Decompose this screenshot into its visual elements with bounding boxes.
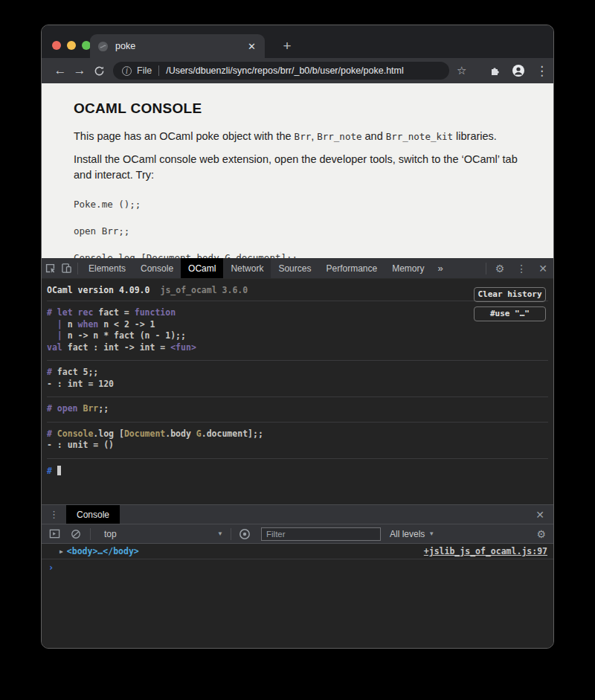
page-code-line: Poke.me ();; <box>74 199 521 210</box>
logged-dom-node[interactable]: <body>…</body> <box>67 546 139 556</box>
use-file-button[interactable]: #use "…" <box>474 306 546 321</box>
expand-triangle-icon[interactable]: ▶ <box>60 548 63 555</box>
source-location-link[interactable]: +jslib_js_of_ocaml.js:97 <box>424 546 547 556</box>
ocaml-history-entry: # Console.log [Document.body G.document]… <box>47 423 548 459</box>
live-expression-eye-icon[interactable] <box>239 528 251 540</box>
new-tab-button[interactable]: + <box>278 38 296 54</box>
bookmark-star-icon[interactable]: ☆ <box>457 64 466 77</box>
browser-tab[interactable]: poke ✕ <box>90 34 265 58</box>
devtools-tab-elements[interactable]: Elements <box>81 258 133 278</box>
ocaml-panel: OCaml version 4.09.0 js_of_ocaml 3.6.0 #… <box>42 279 553 504</box>
extensions-puzzle-icon[interactable] <box>489 65 501 77</box>
chevron-down-icon: ▼ <box>217 530 223 537</box>
minimize-window-button[interactable] <box>67 41 76 50</box>
profile-avatar-icon[interactable] <box>512 64 525 77</box>
context-selector[interactable]: top ▼ <box>104 529 223 539</box>
page-paragraph-2: Install the OCaml console web extension,… <box>74 152 520 183</box>
browser-toolbar: ← → i File /Users/dbuenzli/sync/repos/br… <box>42 58 553 83</box>
console-messages: ▶ <body>…</body> +jslib_js_of_ocaml.js:9… <box>42 544 553 648</box>
devtools-tab-ocaml[interactable]: OCaml <box>181 258 223 278</box>
devtools-menu-icon[interactable]: ⋮ <box>510 263 533 274</box>
chevron-down-icon: ▼ <box>428 530 434 537</box>
devtools-tab-network[interactable]: Network <box>223 258 271 278</box>
window-controls <box>52 41 91 50</box>
ocaml-history-entry: # fact 5;;- : int = 120 <box>47 361 548 397</box>
url-text[interactable]: /Users/dbuenzli/sync/repos/brr/_b0/b/use… <box>166 65 404 76</box>
drawer-menu-icon[interactable]: ⋮ <box>42 509 66 520</box>
log-levels-dropdown[interactable]: All levels ▼ <box>390 529 434 539</box>
browser-window: poke ✕ + ← → i File /Users/dbuenzli/sync… <box>41 25 554 649</box>
console-prompt-row[interactable]: › <box>42 559 553 575</box>
drawer-tab-console[interactable]: Console <box>66 505 120 524</box>
clear-console-icon[interactable] <box>71 529 81 539</box>
tab-strip: poke ✕ + <box>42 25 553 58</box>
inspect-element-icon[interactable] <box>42 263 58 274</box>
back-icon[interactable]: ← <box>51 63 70 78</box>
omnibox-divider <box>158 65 159 76</box>
devtools-tabbar: Elements Console OCaml Network Sources P… <box>42 258 553 279</box>
tab-title: poke <box>115 41 246 51</box>
toolbar-divider <box>231 528 231 540</box>
clear-history-button[interactable]: Clear history <box>474 287 546 302</box>
page-info-icon[interactable]: i <box>122 66 132 76</box>
ocaml-version-row: OCaml version 4.09.0 js_of_ocaml 3.6.0 <box>47 279 548 301</box>
jsofocaml-version: js_of_ocaml 3.6.0 <box>160 285 248 295</box>
more-tabs-icon[interactable]: » <box>432 263 449 274</box>
forward-icon[interactable]: → <box>70 63 89 78</box>
text-cursor <box>57 466 61 475</box>
devtools-tab-performance[interactable]: Performance <box>318 258 385 278</box>
console-toolbar: top ▼ All levels ▼ ⚙ <box>42 524 553 544</box>
devtools-close-icon[interactable]: ✕ <box>533 263 553 274</box>
page-paragraph-1: This page has an OCaml poke object with … <box>74 129 520 144</box>
console-log-row[interactable]: ▶ <body>…</body> +jslib_js_of_ocaml.js:9… <box>42 544 553 559</box>
devtools-tab-memory[interactable]: Memory <box>385 258 431 278</box>
toolbar-divider <box>486 263 486 274</box>
toolbar-divider <box>90 528 91 540</box>
console-sidebar-toggle-icon[interactable] <box>49 528 60 539</box>
devtools-tab-sources[interactable]: Sources <box>271 258 318 278</box>
drawer-header: ⋮ Console ✕ <box>42 504 553 524</box>
console-prompt-chevron: › <box>48 562 54 573</box>
device-toolbar-icon[interactable] <box>58 263 74 274</box>
page-title: OCAML CONSOLE <box>74 100 521 117</box>
console-filter-input[interactable] <box>261 527 381 541</box>
console-settings-gear-icon[interactable]: ⚙ <box>536 528 546 540</box>
url-scheme-label: File <box>137 65 152 76</box>
page-code-line: open Brr;; <box>74 225 521 237</box>
close-window-button[interactable] <box>52 41 61 50</box>
drawer-close-icon[interactable]: ✕ <box>527 509 553 521</box>
ocaml-history: # let rec fact = function | n when n < 2… <box>47 301 548 459</box>
tab-close-icon[interactable]: ✕ <box>246 41 257 52</box>
ocaml-history-entry: # let rec fact = function | n when n < 2… <box>47 301 548 361</box>
ocaml-history-entry: # open Brr;; <box>47 397 548 423</box>
page-code-line: Console.log [Document.body G.document];; <box>74 252 521 258</box>
context-selector-value: top <box>104 529 217 539</box>
page-content: OCAML CONSOLE This page has an OCaml pok… <box>42 83 553 258</box>
toolbar-divider <box>77 263 78 274</box>
browser-menu-icon[interactable]: ⋮ <box>536 63 544 79</box>
devtools-tab-console[interactable]: Console <box>133 258 181 278</box>
address-bar[interactable]: i File /Users/dbuenzli/sync/repos/brr/_b… <box>113 62 449 80</box>
log-levels-value: All levels <box>390 529 425 539</box>
ocaml-version: OCaml version 4.09.0 <box>47 285 149 295</box>
ocaml-prompt-line[interactable]: # <box>47 459 548 484</box>
devtools-settings-gear-icon[interactable]: ⚙ <box>489 263 511 274</box>
reload-icon[interactable] <box>89 65 109 77</box>
tab-favicon-icon <box>97 41 109 52</box>
